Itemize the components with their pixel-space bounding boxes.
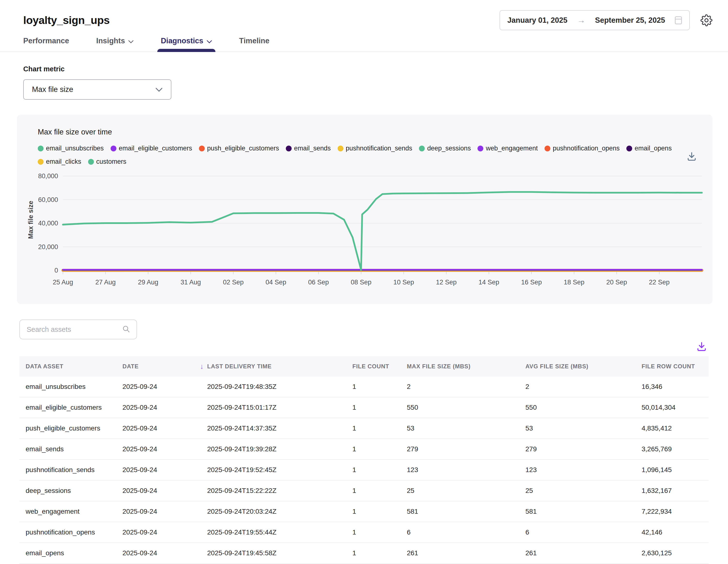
date-range-start[interactable]: January 01, 2025 <box>507 16 567 25</box>
column-header-file-row-count[interactable]: FILE ROW COUNT <box>642 363 708 370</box>
legend-dot <box>38 146 44 151</box>
legend-item-web_engagement[interactable]: web_engagement <box>478 145 538 152</box>
table-row[interactable]: email_opens2025-09-242025-09-24T19:45:58… <box>19 543 709 564</box>
calendar-icon <box>675 16 682 25</box>
table-row[interactable]: email_unsubscribes2025-09-242025-09-24T1… <box>19 376 709 397</box>
series-line-customers <box>63 192 702 270</box>
cell: pushnotification_opens <box>26 528 122 536</box>
chart-download-icon[interactable] <box>686 151 697 163</box>
legend-dot <box>38 159 44 165</box>
legend-item-customers[interactable]: customers <box>88 158 127 166</box>
cell: pushnotification_sends <box>26 466 122 474</box>
cell: email_sends <box>26 445 122 453</box>
legend-item-email_eligible_customers[interactable]: email_eligible_customers <box>111 145 192 152</box>
cell: 279 <box>525 445 642 453</box>
x-tick-label: 27 Aug <box>95 279 116 286</box>
search-input[interactable] <box>26 325 119 334</box>
table-row[interactable]: email_sends2025-09-242025-09-24T19:39:28… <box>19 439 709 460</box>
date-range-picker[interactable]: January 01, 2025 → September 25, 2025 <box>500 10 690 30</box>
tab-label: Diagnostics <box>161 37 203 45</box>
plot-area: Max file size 020,00040,00060,00080,0002… <box>17 174 713 296</box>
tab-insights[interactable]: Insights <box>96 37 134 52</box>
chart-legend: email_unsubscribesemail_eligible_custome… <box>38 145 676 166</box>
cell: 53 <box>525 424 642 432</box>
legend-item-push_eligible_customers[interactable]: push_eligible_customers <box>199 145 279 152</box>
column-header-data-asset[interactable]: DATA ASSET <box>26 363 122 370</box>
cell: email_eligible_customers <box>26 404 122 411</box>
line-chart[interactable]: 020,00040,00060,00080,00025 Aug27 Aug29 … <box>24 174 704 288</box>
column-header-max-file-size-mbs-[interactable]: MAX FILE SIZE (MBS) <box>407 363 525 370</box>
table-row[interactable]: pushnotification_opens2025-09-242025-09-… <box>19 522 709 543</box>
cell: 2025-09-24T15:01:17Z <box>207 404 352 411</box>
chevron-down-icon <box>207 37 212 45</box>
legend-item-email_unsubscribes[interactable]: email_unsubscribes <box>38 145 104 152</box>
x-tick-label: 31 Aug <box>181 279 201 286</box>
y-tick-label: 20,000 <box>38 243 58 251</box>
column-header-date[interactable]: DATE↓ <box>122 362 207 370</box>
cell: 581 <box>525 508 642 515</box>
x-tick-label: 16 Sep <box>521 279 542 286</box>
legend-dot <box>626 146 632 151</box>
table-row[interactable]: push_eligible_customers2025-09-242025-09… <box>19 418 709 439</box>
settings-gear-icon[interactable] <box>700 14 713 26</box>
cell: 6 <box>407 528 525 536</box>
tab-diagnostics[interactable]: Diagnostics <box>161 37 212 52</box>
cell: 1 <box>352 466 407 474</box>
legend-item-email_sends[interactable]: email_sends <box>286 145 331 152</box>
x-tick-label: 08 Sep <box>351 279 372 286</box>
table-row[interactable]: email_eligible_customers2025-09-242025-0… <box>19 397 709 418</box>
cell: 2 <box>407 383 525 390</box>
table-download-icon[interactable] <box>696 341 707 353</box>
column-header-avg-file-size-mbs-[interactable]: AVG FILE SIZE (MBS) <box>525 363 642 370</box>
cell: 2025-09-24T19:39:28Z <box>207 445 352 453</box>
table-row[interactable]: web_engagement2025-09-242025-09-24T20:03… <box>19 501 709 522</box>
legend-dot <box>88 159 94 165</box>
column-header-last-delivery-time[interactable]: LAST DELIVERY TIME <box>207 363 352 370</box>
legend-item-email_opens[interactable]: email_opens <box>626 145 672 152</box>
cell: email_opens <box>26 549 122 557</box>
cell: 6 <box>525 528 642 536</box>
cell: 1 <box>352 404 407 411</box>
cell: 1,632,167 <box>642 487 708 495</box>
cell: 1 <box>352 383 407 390</box>
legend-item-deep_sessions[interactable]: deep_sessions <box>419 145 471 152</box>
legend-item-pushnotification_sends[interactable]: pushnotification_sends <box>338 145 412 152</box>
cell: 550 <box>407 404 525 411</box>
cell: 261 <box>525 549 642 557</box>
date-range-end[interactable]: September 25, 2025 <box>595 16 665 25</box>
legend-item-email_clicks[interactable]: email_clicks <box>38 158 81 166</box>
y-tick-label: 0 <box>54 267 58 274</box>
sort-desc-icon[interactable]: ↓ <box>200 362 204 370</box>
cell: 3,265,769 <box>642 445 708 453</box>
y-tick-label: 40,000 <box>38 220 58 227</box>
cell: 53 <box>407 424 525 432</box>
cell: 2025-09-24 <box>122 549 207 557</box>
tab-timeline[interactable]: Timeline <box>239 37 269 52</box>
chart-metric-value: Max file size <box>32 85 73 94</box>
cell: 2025-09-24 <box>122 383 207 390</box>
search-icon <box>122 325 130 334</box>
table-row[interactable]: deep_sessions2025-09-242025-09-24T15:22:… <box>19 481 709 501</box>
top-controls: January 01, 2025 → September 25, 2025 <box>500 10 713 30</box>
x-tick-label: 14 Sep <box>478 279 499 286</box>
cell: 4,835,412 <box>642 424 708 432</box>
cell: 1 <box>352 424 407 432</box>
cell: 1 <box>352 445 407 453</box>
tab-performance[interactable]: Performance <box>23 37 69 52</box>
cell: 1 <box>352 508 407 515</box>
cell: 25 <box>525 487 642 495</box>
legend-label: pushnotification_sends <box>346 145 412 152</box>
legend-label: pushnotification_opens <box>553 145 620 152</box>
page: loyalty_sign_ups January 01, 2025 → Sept… <box>0 0 728 564</box>
table-row[interactable]: pushnotification_sends2025-09-242025-09-… <box>19 460 709 481</box>
cell: web_engagement <box>26 508 122 515</box>
cell: 2025-09-24 <box>122 466 207 474</box>
cell: 2025-09-24T19:48:35Z <box>207 383 352 390</box>
search-box[interactable] <box>19 319 137 339</box>
legend-label: deep_sessions <box>427 145 471 152</box>
chart-metric-select[interactable]: Max file size <box>23 79 171 100</box>
column-header-file-count[interactable]: FILE COUNT <box>352 363 407 370</box>
table-toolbar <box>0 341 707 353</box>
legend-item-pushnotification_opens[interactable]: pushnotification_opens <box>545 145 620 152</box>
y-tick-label: 80,000 <box>38 174 58 180</box>
